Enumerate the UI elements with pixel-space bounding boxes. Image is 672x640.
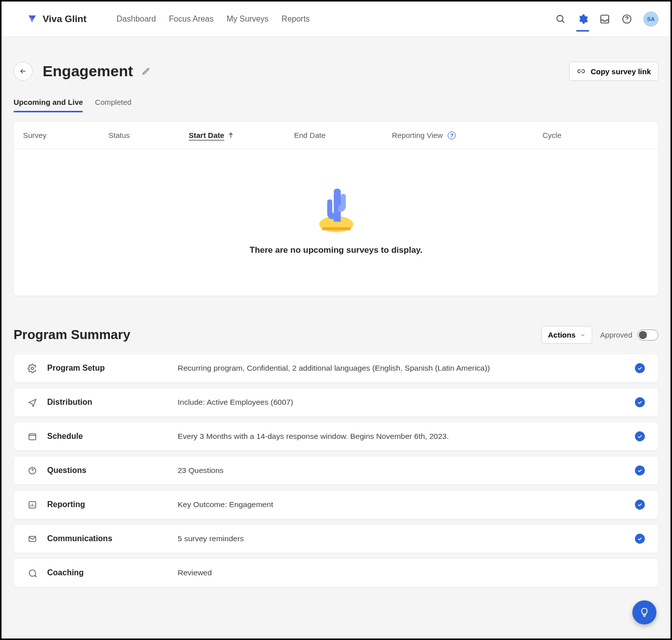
svg-rect-10 [29, 433, 35, 439]
ps-item-program-setup[interactable]: Program Setup Recurring program, Confide… [14, 354, 658, 383]
program-summary-header: Program Summary Actions Approved [14, 326, 658, 344]
svg-rect-2 [601, 15, 609, 23]
app-header: Viva Glint Dashboard Focus Areas My Surv… [2, 2, 670, 37]
tab-completed[interactable]: Completed [95, 98, 131, 112]
table-header-row: Survey Status Start Date End Date Report… [14, 122, 658, 149]
ps-item-distribution[interactable]: Distribution Include: Active Employees (… [14, 388, 658, 417]
th-start-date[interactable]: Start Date [189, 131, 294, 139]
svg-point-9 [31, 367, 34, 370]
question-circle-icon [17, 466, 47, 475]
mail-icon [17, 534, 47, 544]
main-nav: Dashboard Focus Areas My Surveys Reports [116, 15, 310, 24]
copy-survey-link-button[interactable]: Copy survey link [569, 62, 658, 81]
ps-item-desc: 5 survey reminders [178, 534, 625, 543]
svg-point-13 [32, 472, 32, 472]
brand-name: Viva Glint [43, 14, 86, 25]
complete-check-icon [635, 500, 645, 510]
th-status[interactable]: Status [108, 131, 189, 139]
nav-dashboard[interactable]: Dashboard [116, 15, 156, 24]
gear-icon [17, 364, 47, 373]
program-summary-title: Program Summary [14, 327, 130, 343]
chat-icon [17, 568, 47, 578]
approved-toggle[interactable] [637, 330, 658, 341]
ps-item-name: Questions [47, 466, 178, 475]
approved-label: Approved [600, 331, 632, 339]
ps-item-schedule[interactable]: Schedule Every 3 Months with a 14-days r… [14, 422, 658, 451]
ps-item-name: Coaching [47, 568, 178, 577]
viva-glint-logo-icon [27, 14, 38, 25]
ps-item-coaching[interactable]: Coaching Reviewed [14, 558, 658, 587]
ps-item-desc: Key Outcome: Engagement [178, 500, 625, 509]
complete-check-icon [635, 534, 645, 544]
brand: Viva Glint [27, 14, 86, 25]
ps-item-name: Reporting [47, 500, 178, 509]
svg-rect-8 [322, 227, 351, 230]
feedback-fab[interactable] [632, 600, 656, 624]
svg-point-0 [557, 15, 563, 21]
ps-item-name: Schedule [47, 432, 178, 441]
copy-link-label: Copy survey link [591, 67, 651, 76]
send-icon [17, 398, 47, 407]
nav-reports[interactable]: Reports [282, 15, 310, 24]
calendar-icon [17, 432, 47, 441]
ps-item-name: Communications [47, 534, 178, 543]
th-start-date-label: Start Date [189, 131, 224, 139]
link-icon [577, 67, 586, 76]
actions-button[interactable]: Actions [542, 326, 592, 344]
header-actions: SA [555, 12, 658, 27]
actions-label: Actions [548, 331, 576, 339]
ps-item-communications[interactable]: Communications 5 survey reminders [14, 524, 658, 553]
sort-asc-icon [227, 132, 234, 139]
th-survey[interactable]: Survey [23, 131, 108, 139]
page-body: Engagement Copy survey link Upcoming and… [2, 37, 670, 638]
complete-check-icon [635, 431, 645, 441]
ps-item-questions[interactable]: Questions 23 Questions [14, 456, 658, 485]
page-title-row: Engagement Copy survey link [14, 62, 658, 81]
ps-item-desc: 23 Questions [178, 466, 625, 475]
ps-item-desc: Every 3 Months with a 14-days response w… [178, 432, 625, 441]
edit-title-icon[interactable] [142, 67, 150, 75]
lightbulb-icon [639, 607, 650, 618]
ps-item-name: Program Setup [47, 364, 178, 373]
tab-upcoming[interactable]: Upcoming and Live [14, 98, 83, 112]
ps-item-desc: Recurring program, Confidential, 2 addit… [178, 364, 625, 373]
th-reporting-view-label: Reporting View [392, 131, 443, 139]
nav-focus-areas[interactable]: Focus Areas [169, 15, 214, 24]
user-avatar[interactable]: SA [643, 12, 658, 27]
complete-check-icon [635, 465, 645, 475]
program-summary-list: Program Setup Recurring program, Confide… [14, 354, 658, 587]
ps-item-reporting[interactable]: Reporting Key Outcome: Engagement [14, 490, 658, 519]
surveys-table: Survey Status Start Date End Date Report… [14, 121, 658, 296]
nav-my-surveys[interactable]: My Surveys [227, 15, 269, 24]
complete-check-icon [635, 397, 645, 407]
th-reporting-view[interactable]: Reporting View ? [392, 131, 543, 139]
th-cycle[interactable]: Cycle [543, 131, 649, 139]
complete-check-icon [635, 363, 645, 373]
survey-tabs: Upcoming and Live Completed [14, 98, 658, 112]
inbox-icon[interactable] [599, 14, 610, 25]
help-icon[interactable] [621, 14, 632, 25]
svg-line-1 [562, 20, 564, 22]
empty-state: There are no upcoming surveys to display… [14, 149, 658, 295]
ps-item-name: Distribution [47, 398, 178, 407]
cactus-illustration-icon [314, 179, 359, 236]
search-icon[interactable] [555, 14, 566, 25]
ps-item-desc: Reviewed [178, 568, 625, 577]
bar-chart-icon [17, 500, 47, 510]
back-button[interactable] [14, 62, 33, 81]
ps-item-desc: Include: Active Employees (6007) [178, 398, 625, 407]
chevron-down-icon [580, 332, 586, 338]
svg-point-4 [626, 21, 627, 21]
th-end-date[interactable]: End Date [294, 131, 392, 139]
page-title: Engagement [43, 63, 133, 80]
empty-state-text: There are no upcoming surveys to display… [249, 245, 423, 255]
settings-icon[interactable] [577, 14, 588, 25]
reporting-view-help-icon[interactable]: ? [448, 131, 456, 139]
